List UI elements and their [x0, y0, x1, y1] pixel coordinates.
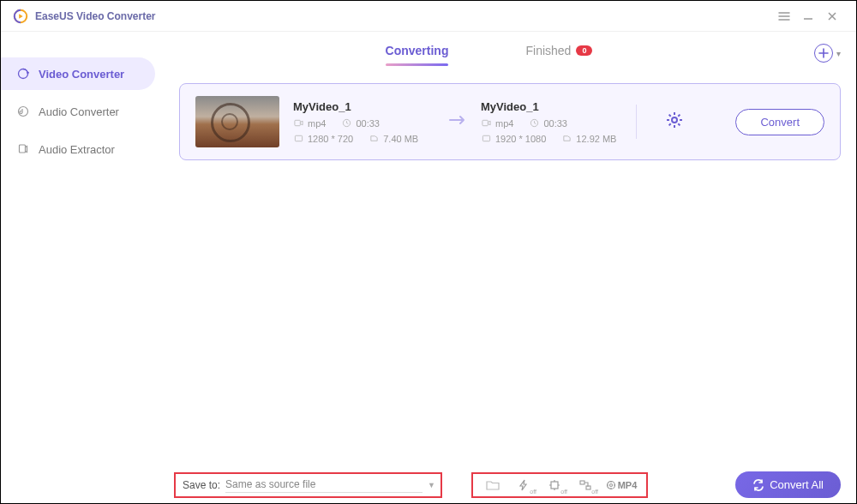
- filesize-icon: [561, 134, 572, 144]
- target-duration: 00:33: [543, 118, 567, 129]
- gpu-toggle[interactable]: off: [540, 476, 569, 495]
- app-title: EaseUS Video Converter: [35, 10, 156, 22]
- convert-all-icon: [752, 479, 764, 491]
- clock-icon: [341, 118, 351, 129]
- convert-button[interactable]: Convert: [735, 109, 824, 135]
- filesize-icon: [369, 134, 379, 144]
- svg-rect-5: [20, 145, 26, 153]
- save-to-group: Save to: ▼: [174, 472, 442, 498]
- settings-gear-icon[interactable]: [650, 111, 698, 132]
- output-format-label: MP4: [618, 480, 638, 490]
- svg-rect-9: [482, 120, 487, 125]
- svg-rect-8: [295, 135, 302, 141]
- sidebar-item-label: Audio Extractor: [39, 143, 115, 156]
- output-format-selector[interactable]: MP4: [602, 476, 641, 495]
- target-format: mp4: [495, 118, 513, 129]
- finished-count-badge: 0: [576, 45, 592, 56]
- output-options-group: off off off MP4: [471, 472, 648, 498]
- source-duration: 00:33: [356, 118, 380, 129]
- resolution-icon: [293, 134, 303, 144]
- source-resolution: 1280 * 720: [308, 134, 353, 144]
- toggle-off-label: off: [530, 489, 536, 495]
- source-size: 7.40 MB: [383, 134, 418, 144]
- svg-marker-2: [19, 14, 23, 18]
- video-icon: [293, 118, 303, 129]
- save-to-input[interactable]: [225, 477, 423, 493]
- target-filename: MyVideo_1: [481, 100, 622, 113]
- toggle-off-label: off: [591, 489, 598, 495]
- resolution-icon: [481, 134, 491, 144]
- sidebar-item-audio-extractor[interactable]: Audio Extractor: [1, 133, 155, 165]
- close-button[interactable]: [820, 4, 844, 28]
- convert-all-button[interactable]: Convert All: [735, 471, 841, 498]
- svg-rect-11: [482, 135, 489, 141]
- svg-rect-14: [580, 481, 584, 484]
- add-file-dropdown-caret[interactable]: ▾: [836, 49, 841, 58]
- video-thumbnail[interactable]: [195, 96, 279, 147]
- tab-label: Finished: [525, 44, 571, 57]
- video-converter-icon: [16, 68, 30, 80]
- audio-extractor-icon: [16, 143, 30, 155]
- audio-converter-icon: [16, 105, 30, 117]
- sidebar-item-audio-converter[interactable]: Audio Converter: [1, 95, 155, 128]
- source-filename: MyVideo_1: [293, 100, 434, 113]
- high-speed-toggle[interactable]: off: [509, 476, 538, 495]
- app-logo-icon: [13, 9, 28, 24]
- svg-rect-6: [294, 120, 299, 125]
- open-folder-button[interactable]: [478, 476, 507, 495]
- target-info: MyVideo_1 mp4 00:33 1920 * 1080 12.92 MB: [481, 100, 622, 144]
- sidebar-item-video-converter[interactable]: Video Converter: [1, 57, 155, 90]
- menu-icon[interactable]: [772, 4, 796, 28]
- source-info: MyVideo_1 mp4 00:33 1280 * 720 7.40 MB: [293, 100, 434, 144]
- target-size: 12.92 MB: [576, 134, 616, 144]
- target-resolution: 1920 * 1080: [495, 134, 546, 144]
- video-icon: [481, 118, 491, 129]
- svg-point-17: [609, 483, 612, 486]
- toggle-off-label: off: [560, 489, 567, 495]
- conversion-item: MyVideo_1 mp4 00:33 1280 * 720 7.40 MB M…: [179, 83, 841, 160]
- convert-all-label: Convert All: [770, 478, 824, 491]
- svg-point-12: [672, 117, 677, 123]
- sidebar-item-label: Video Converter: [39, 68, 124, 81]
- tab-label: Converting: [386, 44, 449, 57]
- minimize-button[interactable]: [796, 4, 820, 28]
- sidebar: Video Converter Audio Converter Audio Ex…: [1, 32, 164, 465]
- merge-toggle[interactable]: off: [571, 476, 600, 495]
- save-to-label: Save to:: [183, 479, 220, 491]
- save-to-dropdown-caret[interactable]: ▼: [428, 481, 435, 489]
- add-file-button[interactable]: [814, 44, 833, 63]
- clock-icon: [529, 118, 539, 129]
- arrow-right-icon: [448, 114, 467, 129]
- tab-finished[interactable]: Finished 0: [525, 44, 592, 63]
- svg-rect-13: [551, 482, 558, 489]
- sidebar-item-label: Audio Converter: [39, 105, 119, 118]
- divider: [636, 105, 637, 139]
- tab-converting[interactable]: Converting: [386, 44, 449, 63]
- source-format: mp4: [308, 118, 326, 129]
